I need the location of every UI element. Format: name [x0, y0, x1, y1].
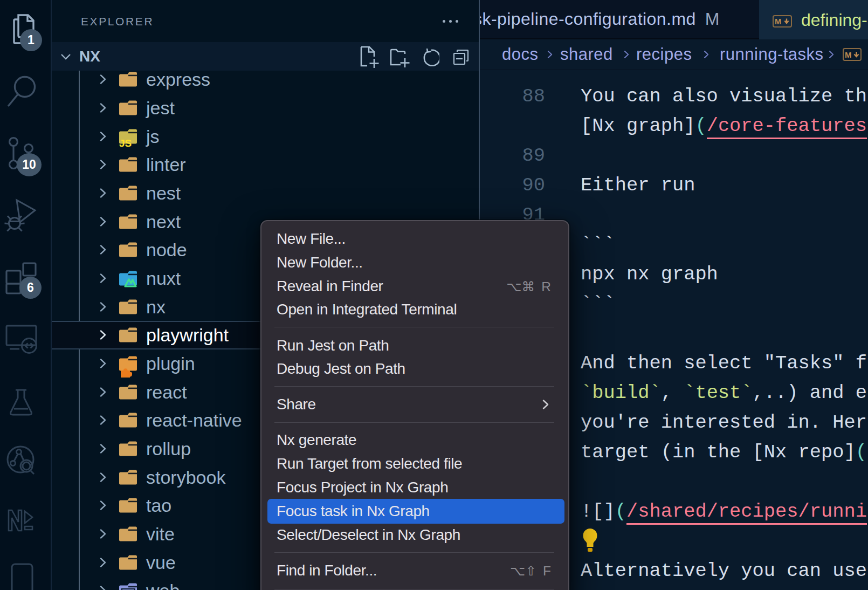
svg-text:M: M [775, 17, 781, 26]
svg-text:M: M [845, 50, 852, 59]
svg-text:JS: JS [119, 138, 132, 148]
